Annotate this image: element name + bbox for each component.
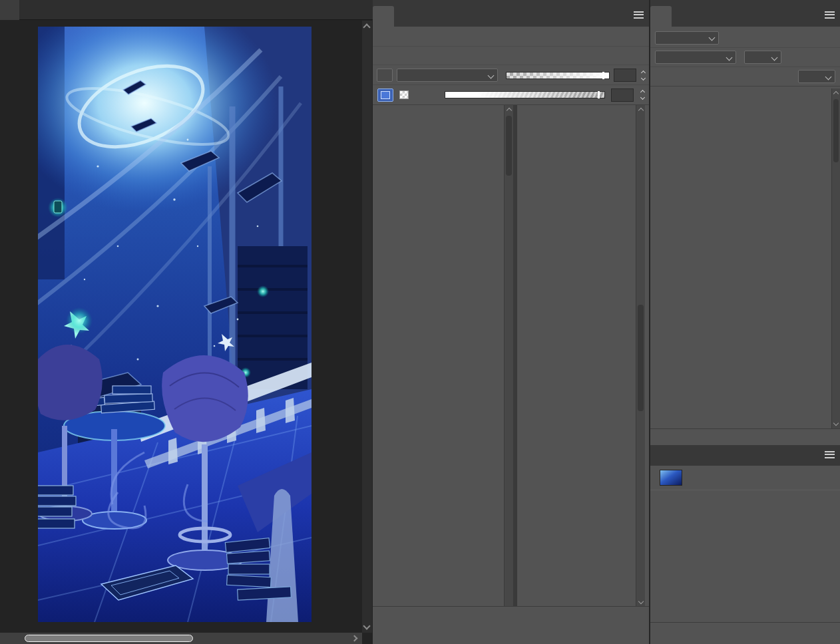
history-footer-toolbar <box>650 622 840 644</box>
left-list-scrollbar[interactable] <box>504 105 513 607</box>
scroll-up-icon[interactable] <box>638 108 644 113</box>
dllp-footer-options <box>373 624 649 644</box>
fill-slider-handle[interactable] <box>598 91 600 98</box>
scrollbar-thumb[interactable] <box>506 116 512 176</box>
layers-filter-row <box>650 28 840 48</box>
history-menu-icon[interactable] <box>825 451 835 458</box>
scrollbar-thumb[interactable] <box>638 305 644 411</box>
layers-fill-value[interactable] <box>798 70 835 83</box>
fill-stepper[interactable] <box>641 90 644 99</box>
dllp-layer-columns <box>373 105 649 607</box>
history-panel-body <box>650 466 840 622</box>
scroll-right-icon[interactable] <box>351 635 358 642</box>
panel-menu-icon[interactable] <box>825 11 835 19</box>
layers-panel <box>650 0 840 644</box>
chevron-down-icon <box>726 54 733 61</box>
canvas-area[interactable] <box>0 21 373 644</box>
chevron-down-icon <box>771 54 778 61</box>
filter-kind-select[interactable] <box>655 31 719 45</box>
layers-lock-row <box>650 67 840 86</box>
scrollbar-thumb[interactable] <box>833 99 839 162</box>
document-tab[interactable] <box>0 0 19 20</box>
chevron-down-icon <box>825 73 832 80</box>
document-tab-bar <box>0 0 373 20</box>
dllp-layer-list-right <box>517 105 636 607</box>
layers-tab-bar <box>650 6 840 27</box>
color-swatch-button[interactable] <box>377 88 393 102</box>
layers-blend-mode-select[interactable] <box>655 51 736 64</box>
history-tab-bar <box>650 445 840 466</box>
history-snapshot-row[interactable] <box>650 466 840 490</box>
panel-top-strip <box>650 0 840 6</box>
scroll-down-icon[interactable] <box>638 599 644 604</box>
canvas-horizontal-scrollbar[interactable] <box>0 633 362 644</box>
snapshot-thumbnail <box>660 470 682 486</box>
chevron-down-icon <box>709 35 716 41</box>
dllp-blend-row <box>373 66 649 85</box>
dllp-layer-list-left <box>373 105 504 607</box>
canvas-vertical-scrollbar[interactable] <box>362 21 372 633</box>
scrollbar-thumb[interactable] <box>25 635 193 642</box>
scroll-up-icon[interactable] <box>363 23 370 31</box>
layers-opacity-value[interactable] <box>744 51 781 64</box>
opacity-slider-handle[interactable] <box>602 72 604 79</box>
layers-blend-row <box>650 48 840 67</box>
tab-layers[interactable] <box>650 6 672 27</box>
scroll-up-icon[interactable] <box>833 91 839 96</box>
layers-footer-toolbar <box>650 428 840 445</box>
panel-top-strip <box>373 0 649 6</box>
blend-mode-select[interactable] <box>397 69 498 82</box>
dllp-lock-row <box>373 85 649 105</box>
panel-menu-icon[interactable] <box>634 11 644 19</box>
isolate-search-button[interactable] <box>377 69 393 82</box>
dllp-tab-bar <box>373 6 649 27</box>
artwork-canvas[interactable] <box>38 27 312 622</box>
fill-slider[interactable] <box>445 91 605 98</box>
photoshop-window <box>0 0 840 644</box>
artwork-illustration <box>38 27 312 622</box>
opacity-stepper[interactable] <box>642 71 645 80</box>
dllp-footer-toolbar <box>373 606 649 624</box>
scroll-up-icon[interactable] <box>507 108 512 113</box>
fill-value[interactable] <box>611 88 634 102</box>
right-list-scrollbar[interactable] <box>636 105 645 607</box>
tab-dllp[interactable] <box>373 6 394 27</box>
layers-scrollbar[interactable] <box>831 88 840 428</box>
dllp-filter-row-2 <box>373 47 649 65</box>
opacity-slider[interactable] <box>506 72 610 79</box>
lock-transparency-icon[interactable] <box>399 90 409 99</box>
scroll-down-icon[interactable] <box>833 420 839 426</box>
scroll-down-icon[interactable] <box>363 622 370 629</box>
document-pane <box>0 0 373 644</box>
dllp-panel <box>373 0 649 644</box>
dllp-filter-row-1 <box>373 28 649 47</box>
opacity-value[interactable] <box>614 69 636 82</box>
layers-list <box>650 88 831 428</box>
chevron-down-icon <box>488 72 495 79</box>
